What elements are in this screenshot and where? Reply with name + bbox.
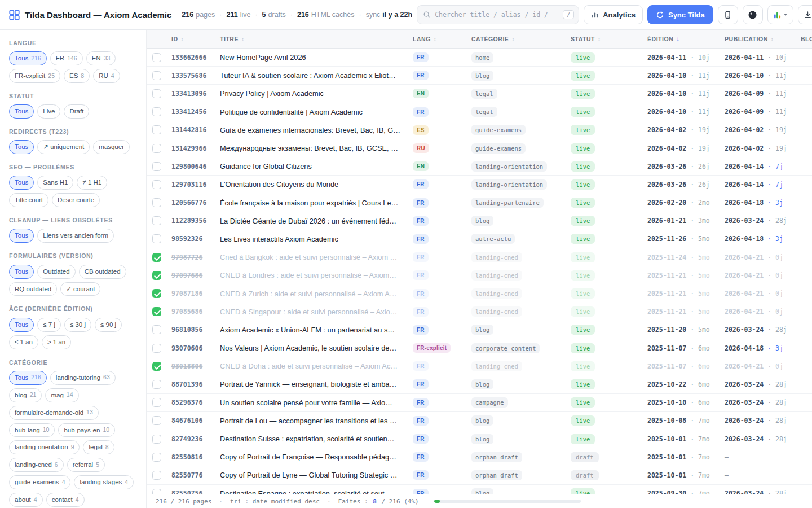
filter-chip-live[interactable]: Live [37,104,60,119]
column-header-edition[interactable]: ÉDITION↓ [645,36,722,42]
row-id[interactable]: 97987726 [167,253,218,261]
filter-chip-es[interactable]: ES8 [64,69,90,83]
row-checkbox[interactable] [152,216,161,225]
filter-chip-30-j[interactable]: ≤ 30 j [64,318,91,332]
row-title[interactable]: Privacy Policy | Axiom Academic [218,89,411,98]
row-title[interactable]: L'Orientation des Citoyens du Monde [218,180,411,189]
row-title[interactable]: Copy of Portrait de Lyne — Global Tutori… [218,471,411,479]
row-id[interactable]: 133662666 [167,54,218,62]
filter-chip-guide-examens[interactable]: guide-examens4 [9,475,70,489]
filter-chip-masquer[interactable]: masquer [93,140,130,154]
row-id[interactable]: 98592326 [167,235,218,243]
row-checkbox[interactable] [152,344,161,353]
mobile-preview-button[interactable] [718,5,738,24]
row-checkbox[interactable] [152,162,161,171]
row-id[interactable]: 131442816 [167,126,218,134]
row-checkbox[interactable] [152,307,161,316]
filter-chip-referral[interactable]: referral5 [67,458,105,472]
row-title[interactable]: Tuteur IA & soutien scolaire : Axiom Aca… [218,71,411,80]
row-title[interactable]: Guidance for Global Citizens [218,162,411,170]
filter-chip-fr-explicit[interactable]: FR-explicit25 [9,69,60,83]
filter-chip-1-an[interactable]: > 1 an [42,335,71,349]
row-id[interactable]: 133412456 [167,108,218,116]
filter-chip-7-j[interactable]: ≤ 7 j [37,318,61,332]
row-checkbox[interactable] [152,380,161,389]
row-checkbox[interactable] [152,234,161,243]
filter-chip-hub-lang[interactable]: hub-lang10 [9,423,55,437]
row-title[interactable]: Politique de confidentialité | Axiom Aca… [218,108,411,116]
row-id[interactable]: 93070606 [167,344,218,352]
row-id[interactable]: 82550816 [167,453,218,461]
search-box[interactable]: / [417,5,579,24]
row-id[interactable]: 82749236 [167,435,218,443]
row-checkbox[interactable] [152,398,161,407]
row-title[interactable]: École française à la maison pour expatri… [218,199,411,207]
row-title[interactable]: CNED à Zurich : aide et suivi personnali… [218,290,411,298]
row-id[interactable]: 88701396 [167,380,218,388]
filter-chip-1-h1[interactable]: ≠ 1 H1 [77,176,107,190]
row-checkbox[interactable] [152,416,161,425]
row-id[interactable]: 120566776 [167,199,218,207]
row-checkbox[interactable] [152,362,161,371]
row-title[interactable]: CNED à Singapour : aide et suivi personn… [218,308,411,316]
filter-chip-tous[interactable]: Tous [9,104,34,119]
row-checkbox[interactable] [152,144,161,153]
row-id[interactable]: 133575686 [167,72,218,80]
row-title[interactable]: Guía de exámenes internacionales: Brevet… [218,126,411,134]
column-header-titre[interactable]: TITRE↕ [218,36,411,42]
filter-chip-contact[interactable]: contact4 [46,493,85,507]
filter-chip-fr[interactable]: FR146 [50,51,83,65]
filter-chip-tous[interactable]: Tous216 [9,51,47,65]
filter-chip-landing-orientation[interactable]: landing-orientation9 [9,440,80,454]
column-header-statut[interactable]: STATUT↕ [568,36,645,42]
filter-chip-mag[interactable]: mag14 [45,388,78,402]
row-title[interactable]: La Dictée Géante de Dubaï 2026 : un évén… [218,217,411,225]
row-id[interactable]: 133413096 [167,90,218,98]
row-id[interactable]: 112289356 [167,217,218,225]
filter-chip-descr-courte[interactable]: Descr courte [52,193,100,207]
row-id[interactable]: 129800646 [167,163,218,170]
column-header-lang[interactable]: LANG↕ [411,36,469,42]
row-checkbox[interactable] [152,125,161,134]
filter-chip-liens-vers-ancien-form[interactable]: Liens vers ancien form [37,229,114,243]
filter-chip-blog[interactable]: blog21 [9,388,42,402]
column-header-categorie[interactable]: CATÉGORIE↕ [469,36,568,42]
filter-chip-1-an[interactable]: ≤ 1 an [9,335,38,349]
filter-chip-formulaire-demande-old[interactable]: formulaire-demande-old13 [9,406,99,420]
filter-chip-courant[interactable]: ✓ courant [60,282,100,296]
row-title[interactable]: Copy of Portrait de Françoise — Responsa… [218,453,411,461]
row-checkbox[interactable] [152,107,161,116]
row-title[interactable]: CNED à Londres : aide et suivi personnal… [218,271,411,279]
row-title[interactable]: Международные экзамены: Brevet, Bac, IB,… [218,144,411,152]
column-header-publication[interactable]: PUBLICATION↕ [722,36,798,42]
row-title[interactable]: Un soutien scolaire pensé pour votre fam… [218,398,411,407]
row-id[interactable]: 85296376 [167,398,218,406]
filter-chip-draft[interactable]: Draft [64,104,89,119]
row-title[interactable]: Destination Suisse : expatriation, scola… [218,435,411,443]
row-title[interactable]: CNED à Doha : aide et suivi personnalisé… [218,362,411,370]
filter-chip-90-j[interactable]: ≤ 90 j [95,318,122,332]
filter-chip-cb-outdated[interactable]: CB outdated [79,265,126,279]
row-id[interactable]: 131429966 [167,144,218,152]
filter-chip-uniquement[interactable]: ↗ uniquement [37,140,90,154]
charts-dropdown-button[interactable] [767,5,793,24]
row-id[interactable]: 84676106 [167,417,218,424]
filter-chip-tous[interactable]: Tous [9,318,34,332]
row-title[interactable]: New HomePage Avril 2026 [218,53,411,62]
row-id[interactable]: 97087186 [167,290,218,297]
row-checkbox[interactable] [152,89,161,98]
filter-chip-tous[interactable]: Tous [9,265,34,279]
filter-chip-about[interactable]: about4 [9,493,43,507]
export-dropdown-button[interactable] [798,5,812,24]
row-checkbox[interactable] [152,453,161,462]
eyeball-button[interactable] [743,5,763,24]
row-title[interactable]: Cned à Bangkok : aide et suivi personnal… [218,253,411,261]
row-id[interactable]: 96810856 [167,326,218,334]
filter-chip-tous[interactable]: Tous [9,229,34,243]
filter-chip-landing-cned[interactable]: landing-cned6 [9,458,64,472]
row-checkbox[interactable] [152,253,161,262]
row-title[interactable]: Portrait de Lou — accompagner les transi… [218,417,411,425]
filter-chip-landing-tutoring[interactable]: landing-tutoring63 [50,371,116,385]
filter-chip-outdated[interactable]: Outdated [37,265,75,279]
filter-chip-legal[interactable]: legal8 [83,440,114,454]
